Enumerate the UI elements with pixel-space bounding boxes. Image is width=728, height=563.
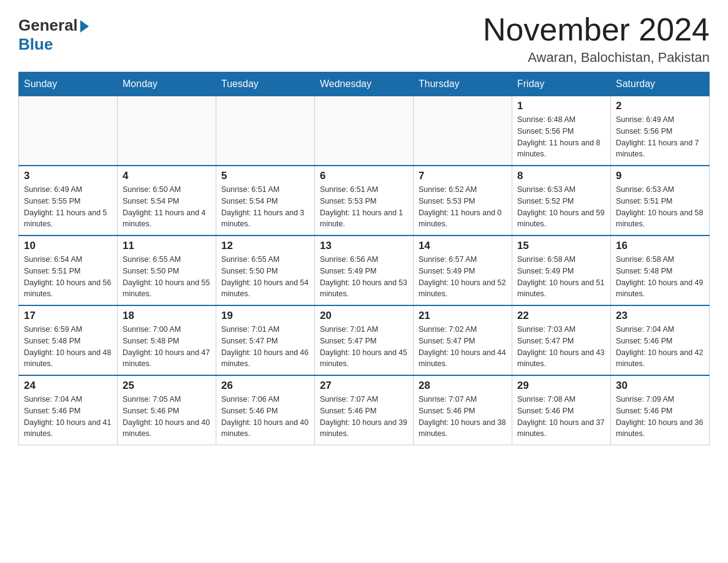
calendar-day-cell bbox=[315, 96, 414, 166]
day-info: Sunrise: 7:01 AMSunset: 5:47 PMDaylight:… bbox=[221, 324, 309, 370]
day-number: 17 bbox=[24, 310, 112, 322]
day-info: Sunrise: 6:58 AMSunset: 5:49 PMDaylight:… bbox=[517, 254, 605, 300]
day-info: Sunrise: 7:03 AMSunset: 5:47 PMDaylight:… bbox=[517, 324, 605, 370]
calendar-day-cell: 28Sunrise: 7:07 AMSunset: 5:46 PMDayligh… bbox=[414, 375, 512, 445]
calendar-week-row: 17Sunrise: 6:59 AMSunset: 5:48 PMDayligh… bbox=[19, 305, 710, 375]
day-info: Sunrise: 6:57 AMSunset: 5:49 PMDaylight:… bbox=[419, 254, 507, 300]
day-number: 12 bbox=[221, 240, 309, 252]
day-info: Sunrise: 7:05 AMSunset: 5:46 PMDaylight:… bbox=[123, 394, 211, 440]
day-info: Sunrise: 6:49 AMSunset: 5:55 PMDaylight:… bbox=[24, 184, 112, 230]
col-header-monday: Monday bbox=[118, 72, 216, 96]
col-header-friday: Friday bbox=[512, 72, 611, 96]
title-section: November 2024 Awaran, Balochistan, Pakis… bbox=[483, 12, 710, 66]
day-number: 26 bbox=[221, 380, 309, 392]
calendar-day-cell: 19Sunrise: 7:01 AMSunset: 5:47 PMDayligh… bbox=[216, 305, 315, 375]
day-info: Sunrise: 6:55 AMSunset: 5:50 PMDaylight:… bbox=[221, 254, 309, 300]
day-number: 14 bbox=[419, 240, 507, 252]
calendar-day-cell: 21Sunrise: 7:02 AMSunset: 5:47 PMDayligh… bbox=[414, 305, 512, 375]
col-header-wednesday: Wednesday bbox=[315, 72, 414, 96]
day-info: Sunrise: 6:50 AMSunset: 5:54 PMDaylight:… bbox=[123, 184, 211, 230]
day-number: 7 bbox=[419, 170, 507, 182]
day-info: Sunrise: 7:09 AMSunset: 5:46 PMDaylight:… bbox=[616, 394, 704, 440]
day-info: Sunrise: 6:51 AMSunset: 5:54 PMDaylight:… bbox=[221, 184, 309, 230]
day-number: 28 bbox=[419, 380, 507, 392]
day-number: 2 bbox=[616, 100, 704, 112]
day-info: Sunrise: 7:07 AMSunset: 5:46 PMDaylight:… bbox=[320, 394, 408, 440]
calendar-day-cell: 20Sunrise: 7:01 AMSunset: 5:47 PMDayligh… bbox=[315, 305, 414, 375]
calendar-day-cell: 16Sunrise: 6:58 AMSunset: 5:48 PMDayligh… bbox=[611, 236, 710, 305]
calendar-day-cell: 2Sunrise: 6:49 AMSunset: 5:56 PMDaylight… bbox=[611, 96, 710, 166]
day-number: 16 bbox=[616, 240, 704, 252]
calendar-day-cell: 29Sunrise: 7:08 AMSunset: 5:46 PMDayligh… bbox=[512, 375, 611, 445]
calendar-day-cell: 13Sunrise: 6:56 AMSunset: 5:49 PMDayligh… bbox=[315, 236, 414, 305]
calendar-header-row: SundayMondayTuesdayWednesdayThursdayFrid… bbox=[19, 72, 710, 96]
day-info: Sunrise: 7:04 AMSunset: 5:46 PMDaylight:… bbox=[24, 394, 112, 440]
day-number: 29 bbox=[517, 380, 605, 392]
day-info: Sunrise: 6:51 AMSunset: 5:53 PMDaylight:… bbox=[320, 184, 408, 230]
calendar-day-cell bbox=[216, 96, 315, 166]
day-info: Sunrise: 6:56 AMSunset: 5:49 PMDaylight:… bbox=[320, 254, 408, 300]
logo-arrow-icon bbox=[80, 20, 89, 33]
day-info: Sunrise: 7:04 AMSunset: 5:46 PMDaylight:… bbox=[616, 324, 704, 370]
day-info: Sunrise: 7:02 AMSunset: 5:47 PMDaylight:… bbox=[419, 324, 507, 370]
day-number: 6 bbox=[320, 170, 408, 182]
day-number: 1 bbox=[517, 100, 605, 112]
day-number: 21 bbox=[419, 310, 507, 322]
calendar-day-cell: 4Sunrise: 6:50 AMSunset: 5:54 PMDaylight… bbox=[118, 166, 216, 236]
day-info: Sunrise: 6:53 AMSunset: 5:52 PMDaylight:… bbox=[517, 184, 605, 230]
calendar-day-cell: 15Sunrise: 6:58 AMSunset: 5:49 PMDayligh… bbox=[512, 236, 611, 305]
day-number: 30 bbox=[616, 380, 704, 392]
day-number: 23 bbox=[616, 310, 704, 322]
day-number: 13 bbox=[320, 240, 408, 252]
calendar-day-cell: 22Sunrise: 7:03 AMSunset: 5:47 PMDayligh… bbox=[512, 305, 611, 375]
day-info: Sunrise: 7:01 AMSunset: 5:47 PMDaylight:… bbox=[320, 324, 408, 370]
day-number: 27 bbox=[320, 380, 408, 392]
day-number: 22 bbox=[517, 310, 605, 322]
day-number: 5 bbox=[221, 170, 309, 182]
day-info: Sunrise: 6:55 AMSunset: 5:50 PMDaylight:… bbox=[123, 254, 211, 300]
calendar-table: SundayMondayTuesdayWednesdayThursdayFrid… bbox=[18, 72, 710, 445]
calendar-day-cell: 27Sunrise: 7:07 AMSunset: 5:46 PMDayligh… bbox=[315, 375, 414, 445]
day-number: 20 bbox=[320, 310, 408, 322]
calendar-day-cell bbox=[118, 96, 216, 166]
header: General Blue November 2024 Awaran, Baloc… bbox=[18, 12, 710, 66]
logo: General Blue bbox=[18, 12, 89, 54]
day-number: 4 bbox=[123, 170, 211, 182]
calendar-day-cell: 12Sunrise: 6:55 AMSunset: 5:50 PMDayligh… bbox=[216, 236, 315, 305]
day-number: 25 bbox=[123, 380, 211, 392]
day-info: Sunrise: 7:06 AMSunset: 5:46 PMDaylight:… bbox=[221, 394, 309, 440]
calendar-day-cell: 10Sunrise: 6:54 AMSunset: 5:51 PMDayligh… bbox=[19, 236, 118, 305]
calendar-day-cell: 25Sunrise: 7:05 AMSunset: 5:46 PMDayligh… bbox=[118, 375, 216, 445]
calendar-day-cell: 17Sunrise: 6:59 AMSunset: 5:48 PMDayligh… bbox=[19, 305, 118, 375]
calendar-day-cell: 30Sunrise: 7:09 AMSunset: 5:46 PMDayligh… bbox=[611, 375, 710, 445]
calendar-day-cell: 26Sunrise: 7:06 AMSunset: 5:46 PMDayligh… bbox=[216, 375, 315, 445]
day-number: 11 bbox=[123, 240, 211, 252]
calendar-day-cell: 5Sunrise: 6:51 AMSunset: 5:54 PMDaylight… bbox=[216, 166, 315, 236]
calendar-day-cell bbox=[19, 96, 118, 166]
day-info: Sunrise: 6:48 AMSunset: 5:56 PMDaylight:… bbox=[517, 114, 605, 160]
calendar-week-row: 3Sunrise: 6:49 AMSunset: 5:55 PMDaylight… bbox=[19, 166, 710, 236]
calendar-day-cell: 6Sunrise: 6:51 AMSunset: 5:53 PMDaylight… bbox=[315, 166, 414, 236]
day-number: 18 bbox=[123, 310, 211, 322]
day-number: 9 bbox=[616, 170, 704, 182]
day-number: 15 bbox=[517, 240, 605, 252]
col-header-saturday: Saturday bbox=[611, 72, 710, 96]
calendar-day-cell: 9Sunrise: 6:53 AMSunset: 5:51 PMDaylight… bbox=[611, 166, 710, 236]
calendar-day-cell: 3Sunrise: 6:49 AMSunset: 5:55 PMDaylight… bbox=[19, 166, 118, 236]
logo-blue-text: Blue bbox=[18, 35, 53, 54]
calendar-day-cell: 23Sunrise: 7:04 AMSunset: 5:46 PMDayligh… bbox=[611, 305, 710, 375]
calendar-day-cell: 18Sunrise: 7:00 AMSunset: 5:48 PMDayligh… bbox=[118, 305, 216, 375]
col-header-thursday: Thursday bbox=[414, 72, 512, 96]
calendar-day-cell: 7Sunrise: 6:52 AMSunset: 5:53 PMDaylight… bbox=[414, 166, 512, 236]
day-number: 19 bbox=[221, 310, 309, 322]
calendar-week-row: 24Sunrise: 7:04 AMSunset: 5:46 PMDayligh… bbox=[19, 375, 710, 445]
calendar-title: November 2024 bbox=[483, 12, 710, 47]
col-header-tuesday: Tuesday bbox=[216, 72, 315, 96]
day-number: 3 bbox=[24, 170, 112, 182]
day-info: Sunrise: 6:59 AMSunset: 5:48 PMDaylight:… bbox=[24, 324, 112, 370]
day-info: Sunrise: 7:07 AMSunset: 5:46 PMDaylight:… bbox=[419, 394, 507, 440]
day-info: Sunrise: 6:53 AMSunset: 5:51 PMDaylight:… bbox=[616, 184, 704, 230]
calendar-day-cell: 1Sunrise: 6:48 AMSunset: 5:56 PMDaylight… bbox=[512, 96, 611, 166]
day-info: Sunrise: 6:54 AMSunset: 5:51 PMDaylight:… bbox=[24, 254, 112, 300]
day-number: 24 bbox=[24, 380, 112, 392]
